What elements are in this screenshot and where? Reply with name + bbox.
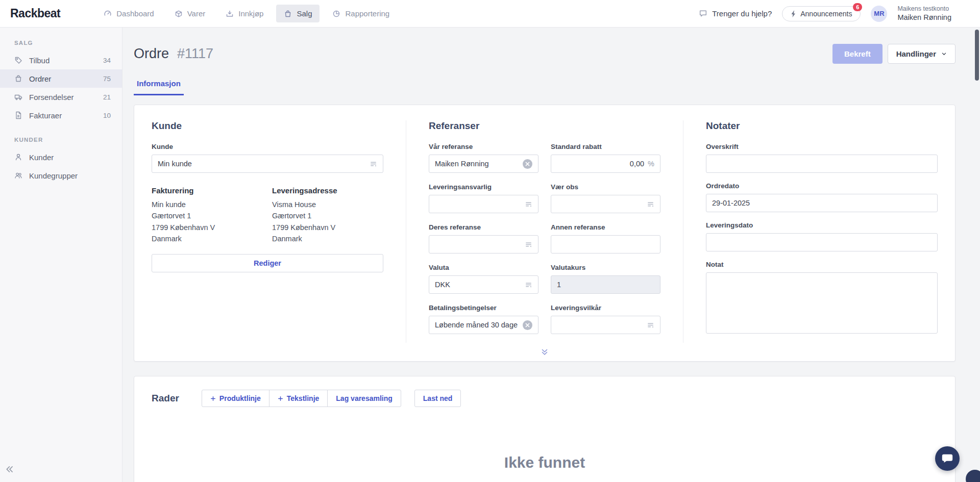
bolt-icon	[791, 10, 797, 17]
nav-innkjop[interactable]: Innkjøp	[218, 5, 271, 22]
order-lines-buttons: Produktlinje Tekstlinje Lag varesamling …	[202, 390, 461, 407]
customer-value: Min kunde	[158, 160, 370, 168]
payment-terms-input[interactable]: Løbende måned 30 dage	[429, 316, 538, 334]
select-list-icon[interactable]	[525, 200, 532, 208]
customer-input[interactable]: Min kunde	[152, 155, 383, 173]
delivery-terms-label: Leveringsvilkår	[551, 304, 660, 312]
sidebar-item-kunder[interactable]: Kunder	[0, 148, 122, 166]
account-user: Maiken Rønning	[897, 13, 951, 22]
help-label: Trenger du hjelp?	[712, 9, 772, 18]
select-list-icon[interactable]	[370, 160, 377, 168]
truck-icon	[14, 93, 22, 101]
addresses: Fakturering Min kunde Gærtorvet 1 1799 K…	[152, 186, 383, 245]
chat-bubble-icon	[941, 452, 953, 465]
sidebar-item-tilbud[interactable]: Tilbud 34	[0, 51, 122, 69]
nav-label: Innkjøp	[238, 9, 263, 18]
chevron-double-down-icon	[541, 348, 549, 356]
expand-card-button[interactable]	[538, 346, 551, 358]
add-text-line-label: Tekstlinje	[287, 394, 320, 402]
sidebar-collapse-button[interactable]	[5, 465, 14, 474]
empty-state-text: Ikke funnet	[152, 454, 938, 471]
announcements-button[interactable]: Announcements 6	[782, 6, 861, 21]
main-content: Ordre #1117 Bekreft Handlinger Informasj…	[122, 0, 980, 482]
add-text-line-button[interactable]: Tekstlinje	[269, 390, 328, 407]
actions-label: Handlinger	[896, 49, 936, 58]
download-button[interactable]: Last ned	[414, 390, 461, 407]
customer-field: Kunde Min kunde	[152, 143, 383, 173]
sidebar-item-label: Ordrer	[29, 74, 51, 83]
sidebar-item-count: 75	[103, 75, 111, 83]
top-navigation: Dashboard Varer Innkjøp Salg Rapporterin…	[96, 5, 397, 22]
sidebar-section-salg: SALG	[0, 28, 122, 51]
attention-field: Vær obs	[551, 183, 660, 213]
sidebar-item-label: Kunder	[29, 153, 54, 162]
sidebar: SALG Tilbud 34 Ordrer 75 Forsendelser 21…	[0, 28, 122, 482]
create-bundle-button[interactable]: Lag varesamling	[327, 390, 401, 407]
other-reference-label: Annen referanse	[551, 223, 660, 231]
customer-heading: Kunde	[152, 120, 383, 132]
sidebar-section-kunder: KUNDER	[0, 124, 122, 148]
add-product-line-label: Produktlinje	[219, 394, 261, 402]
customer-label: Kunde	[152, 143, 383, 150]
avatar[interactable]: MR	[871, 6, 887, 22]
their-reference-label: Deres referanse	[429, 223, 538, 231]
clear-icon[interactable]	[523, 159, 532, 169]
delivery-date-input[interactable]	[706, 233, 938, 251]
nav-label: Varer	[187, 9, 206, 18]
edit-address-button[interactable]: Rediger	[152, 254, 383, 272]
sidebar-item-fakturaer[interactable]: Fakturaer 10	[0, 106, 122, 124]
currency-input[interactable]: DKK	[429, 275, 538, 294]
nav-salg[interactable]: Salg	[276, 5, 320, 22]
nav-dashboard[interactable]: Dashboard	[96, 5, 161, 22]
discount-input[interactable]: 0,00 %	[551, 155, 660, 173]
sidebar-item-label: Tilbud	[29, 56, 50, 65]
note-title-input[interactable]	[706, 155, 938, 173]
chat-launcher-button[interactable]	[935, 446, 960, 471]
delivery-responsible-label: Leveringsansvarlig	[429, 183, 538, 191]
select-list-icon[interactable]	[525, 241, 532, 248]
notes-column: Notater Overskrift Ordredato 29-01-2025 …	[683, 120, 938, 343]
shipping-address: Leveringsadresse Visma House Gærtorvet 1…	[272, 186, 383, 245]
references-heading: Referanser	[429, 120, 660, 132]
sidebar-item-count: 34	[103, 57, 111, 64]
note-textarea[interactable]	[706, 272, 938, 334]
other-reference-input[interactable]	[551, 235, 660, 253]
discount-suffix: %	[648, 160, 654, 168]
select-list-icon[interactable]	[525, 281, 532, 289]
plus-icon	[210, 396, 216, 401]
sidebar-item-ordrer[interactable]: Ordrer 75	[0, 69, 122, 88]
order-date-value: 29-01-2025	[712, 199, 932, 207]
procurement-icon	[226, 10, 234, 18]
delivery-responsible-input[interactable]	[429, 195, 538, 213]
attention-input[interactable]	[551, 195, 660, 213]
shopping-bag-icon	[14, 74, 22, 83]
select-list-icon[interactable]	[647, 200, 654, 208]
address-line: Danmark	[152, 233, 263, 244]
exchange-rate-value: 1	[557, 281, 654, 289]
tab-informasjon[interactable]: Informasjon	[134, 75, 184, 95]
our-reference-input[interactable]: Maiken Rønning	[429, 155, 538, 173]
sidebar-item-kundegrupper[interactable]: Kundegrupper	[0, 166, 122, 185]
discount-label: Standard rabatt	[551, 143, 660, 150]
add-product-line-button[interactable]: Produktlinje	[202, 390, 270, 407]
page-title-text: Ordre	[134, 46, 169, 62]
help-link[interactable]: Trenger du hjelp?	[699, 9, 772, 18]
vertical-scrollbar[interactable]	[975, 30, 979, 81]
sidebar-item-count: 10	[103, 112, 111, 119]
app-logo[interactable]: Rackbeat	[10, 7, 60, 20]
select-list-icon[interactable]	[647, 321, 654, 329]
nav-rapportering[interactable]: Rapportering	[325, 5, 397, 22]
order-date-input[interactable]: 29-01-2025	[706, 194, 938, 212]
sidebar-item-forsendelser[interactable]: Forsendelser 21	[0, 88, 122, 106]
nav-varer[interactable]: Varer	[167, 5, 213, 22]
actions-dropdown-button[interactable]: Handlinger	[888, 44, 955, 64]
confirm-button[interactable]: Bekreft	[832, 44, 883, 64]
discount-field: Standard rabatt 0,00 %	[551, 143, 660, 173]
account-menu[interactable]: Maikens testkonto Maiken Rønning	[897, 5, 951, 22]
clear-icon[interactable]	[523, 320, 532, 330]
their-reference-input[interactable]	[429, 235, 538, 253]
shopping-bag-icon	[284, 10, 292, 18]
order-lines-heading: Rader	[152, 393, 179, 404]
page-header: Ordre #1117 Bekreft Handlinger	[134, 44, 955, 64]
delivery-terms-input[interactable]	[551, 316, 660, 334]
